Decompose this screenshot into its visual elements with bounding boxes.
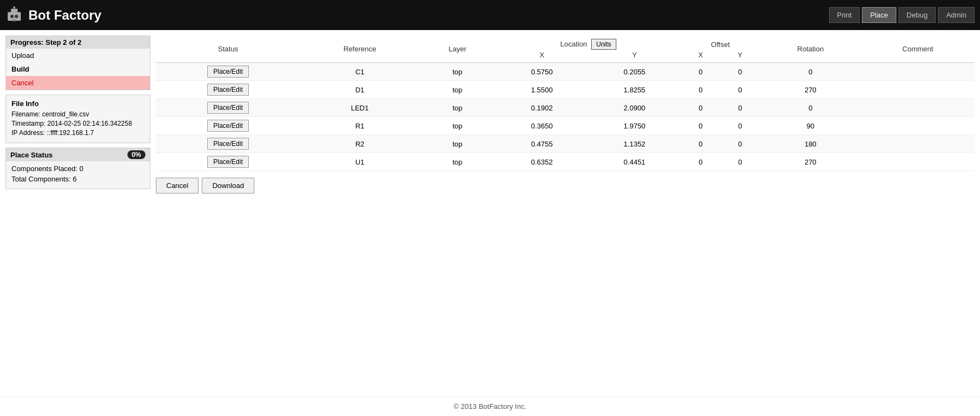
file-info-title: File Info <box>11 99 144 108</box>
download-button[interactable]: Download <box>202 178 254 194</box>
cell-off_x: 0 <box>681 117 720 135</box>
nav-admin-button[interactable]: Admin <box>938 7 975 23</box>
cell-layer: top <box>419 135 495 153</box>
place-edit-button[interactable]: Place/Edit <box>207 138 249 150</box>
cell-comment <box>861 99 975 117</box>
cell-reference: D1 <box>300 81 419 99</box>
cell-off_y: 0 <box>720 135 760 153</box>
nav-print-button[interactable]: Print <box>829 7 860 23</box>
components-placed-label: Components Placed: 0 <box>11 165 144 173</box>
cell-rotation: 180 <box>760 135 861 153</box>
cell-comment <box>861 81 975 99</box>
cell-reference: LED1 <box>300 99 419 117</box>
app-title: Bot Factory <box>28 8 101 23</box>
cell-reference: C1 <box>300 63 419 81</box>
cell-layer: top <box>419 99 495 117</box>
sidebar-item-build[interactable]: Build <box>6 62 150 76</box>
place-edit-cell: Place/Edit <box>156 153 300 171</box>
footer: © 2013 BotFactory Inc. <box>0 396 980 416</box>
cell-off_y: 0 <box>720 99 760 117</box>
cell-loc_x: 0.5750 <box>495 63 588 81</box>
cell-comment <box>861 135 975 153</box>
cell-layer: top <box>419 63 495 81</box>
place-edit-button[interactable]: Place/Edit <box>207 102 249 114</box>
place-status-body: Components Placed: 0 Total Components: 6 <box>6 161 150 189</box>
main-content: Progress: Step 2 of 2 Upload Build Cance… <box>0 30 980 396</box>
file-info-section: File Info Filename: centroid_file.csv Ti… <box>5 95 150 143</box>
nav-debug-button[interactable]: Debug <box>899 7 936 23</box>
bottom-buttons: Cancel Download <box>156 178 975 194</box>
table-row: Place/EditR2top0.47551.135200180 <box>156 135 975 153</box>
file-info-ip: IP Address: ::ffff:192.168.1.7 <box>11 129 144 137</box>
place-edit-button[interactable]: Place/Edit <box>207 66 249 78</box>
cell-layer: top <box>419 81 495 99</box>
robot-icon <box>5 7 23 24</box>
sidebar-item-upload[interactable]: Upload <box>6 49 150 62</box>
status-badge: 0% <box>127 150 145 159</box>
place-edit-button[interactable]: Place/Edit <box>207 84 249 96</box>
col-offset-group: Offset <box>681 36 760 50</box>
cell-off_x: 0 <box>681 153 720 171</box>
col-rotation: Rotation <box>760 36 861 63</box>
cell-comment <box>861 153 975 171</box>
cell-off_y: 0 <box>720 117 760 135</box>
col-comment: Comment <box>861 36 975 63</box>
table-row: Place/EditLED1top0.19022.0900000 <box>156 99 975 117</box>
place-status-title: Place Status <box>10 151 52 159</box>
cell-loc_y: 0.4451 <box>588 153 681 171</box>
cell-rotation: 270 <box>760 81 861 99</box>
place-edit-button[interactable]: Place/Edit <box>207 156 249 168</box>
sidebar: Progress: Step 2 of 2 Upload Build Cance… <box>5 36 150 391</box>
cell-loc_x: 1.5500 <box>495 81 588 99</box>
footer-text: © 2013 BotFactory Inc. <box>453 402 526 411</box>
svg-rect-0 <box>8 12 21 21</box>
units-button[interactable]: Units <box>591 39 616 50</box>
cancel-button[interactable]: Cancel <box>156 178 199 194</box>
col-loc-y: Y <box>588 50 681 63</box>
col-layer: Layer <box>419 36 495 63</box>
cell-off_x: 0 <box>681 63 720 81</box>
cell-loc_y: 1.1352 <box>588 135 681 153</box>
cell-off_x: 0 <box>681 81 720 99</box>
sidebar-item-cancel[interactable]: Cancel <box>6 76 150 90</box>
cell-off_x: 0 <box>681 135 720 153</box>
cell-loc_x: 0.1902 <box>495 99 588 117</box>
cell-reference: R2 <box>300 135 419 153</box>
cell-rotation: 0 <box>760 99 861 117</box>
cell-off_y: 0 <box>720 63 760 81</box>
place-edit-cell: Place/Edit <box>156 99 300 117</box>
total-components-label: Total Components: 6 <box>11 175 144 183</box>
content-area: Status Reference Layer Location Units Of… <box>156 36 975 391</box>
cell-loc_y: 2.0900 <box>588 99 681 117</box>
place-edit-cell: Place/Edit <box>156 81 300 99</box>
nav-place-button[interactable]: Place <box>862 7 896 23</box>
place-status-section: Place Status 0% Components Placed: 0 Tot… <box>5 148 150 189</box>
cell-layer: top <box>419 153 495 171</box>
svg-rect-4 <box>13 20 16 21</box>
place-status-header: Place Status 0% <box>6 148 150 161</box>
col-off-y: Y <box>720 50 760 63</box>
col-loc-x: X <box>495 50 588 63</box>
cell-rotation: 0 <box>760 63 861 81</box>
col-status: Status <box>156 36 300 63</box>
table-row: Place/EditU1top0.63520.445100270 <box>156 153 975 171</box>
table-row: Place/EditR1top0.36501.97500090 <box>156 117 975 135</box>
table-row: Place/EditD1top1.55001.825500270 <box>156 81 975 99</box>
cell-comment <box>861 63 975 81</box>
header-left: Bot Factory <box>5 7 101 24</box>
place-edit-cell: Place/Edit <box>156 135 300 153</box>
place-edit-cell: Place/Edit <box>156 117 300 135</box>
table-row: Place/EditC1top0.57500.2055000 <box>156 63 975 81</box>
cell-loc_y: 0.2055 <box>588 63 681 81</box>
cell-off_x: 0 <box>681 99 720 117</box>
header: Bot Factory Print Place Debug Admin <box>0 0 980 30</box>
cell-rotation: 90 <box>760 117 861 135</box>
place-edit-button[interactable]: Place/Edit <box>207 120 249 132</box>
component-table: Status Reference Layer Location Units Of… <box>156 36 975 171</box>
svg-point-2 <box>10 15 14 18</box>
cell-comment <box>861 117 975 135</box>
cell-off_y: 0 <box>720 81 760 99</box>
location-label: Location <box>560 40 587 48</box>
file-info-timestamp: Timestamp: 2014-02-25 02:14:16.342258 <box>11 120 144 127</box>
svg-point-3 <box>15 15 18 18</box>
